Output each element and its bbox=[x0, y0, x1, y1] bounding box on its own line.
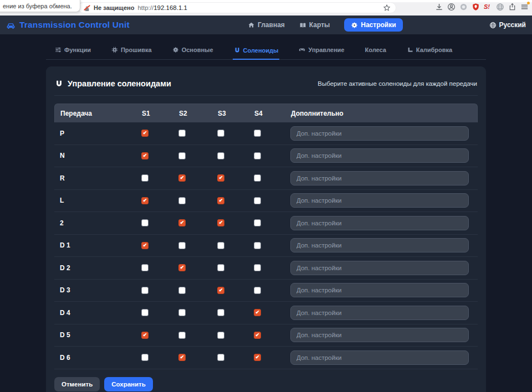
s-extension-icon[interactable]: S! bbox=[484, 3, 492, 11]
extension-circle-icon[interactable] bbox=[459, 3, 468, 11]
checkbox-s4-D5[interactable] bbox=[254, 332, 261, 339]
chip-icon bbox=[111, 47, 118, 53]
checkbox-s2-2[interactable] bbox=[178, 219, 186, 226]
extra-settings-input[interactable] bbox=[290, 171, 469, 185]
bookmark-star-icon[interactable] bbox=[383, 4, 391, 12]
gear-label: D 6 bbox=[54, 354, 141, 362]
gear-icon bbox=[172, 47, 179, 53]
home-icon bbox=[248, 22, 255, 29]
main-nav: ГлавнаяКартыНастройки bbox=[248, 18, 403, 32]
checkbox-s1-D1[interactable] bbox=[141, 242, 149, 249]
checkbox-s2-D4[interactable] bbox=[178, 309, 186, 316]
checkbox-s1-D6[interactable] bbox=[141, 354, 149, 361]
checkbox-s2-R[interactable] bbox=[178, 174, 186, 182]
tab-калибровка[interactable]: Калибровка bbox=[406, 42, 453, 59]
checkbox-s1-D4[interactable] bbox=[141, 309, 149, 316]
extra-settings-input[interactable] bbox=[290, 350, 469, 365]
checkbox-s3-N[interactable] bbox=[217, 152, 224, 159]
nav-item-карты[interactable]: Карты bbox=[299, 21, 330, 29]
checkbox-s4-P[interactable] bbox=[254, 130, 261, 137]
app-navbar: Transmission Control Unit ГлавнаяКартыНа… bbox=[0, 16, 532, 34]
checkbox-s3-D6[interactable] bbox=[217, 354, 224, 361]
tab-прошивка[interactable]: Прошивка bbox=[110, 42, 153, 59]
nav-item-настройки[interactable]: Настройки bbox=[344, 18, 402, 32]
extra-settings-input[interactable] bbox=[290, 126, 469, 141]
browser-menu-icon[interactable] bbox=[520, 3, 529, 11]
checkbox-s4-D1[interactable] bbox=[254, 242, 261, 249]
checkbox-s3-D1[interactable] bbox=[217, 242, 224, 249]
extra-settings-input[interactable] bbox=[290, 193, 469, 208]
checkbox-s3-R[interactable] bbox=[217, 174, 224, 182]
checkbox-s3-2[interactable] bbox=[217, 219, 224, 226]
checkbox-s3-D2[interactable] bbox=[217, 264, 224, 271]
gear-label: D 3 bbox=[54, 286, 141, 294]
table-row: P bbox=[54, 122, 478, 145]
col-header-s1: S1 bbox=[142, 110, 179, 117]
app-title: Transmission Control Unit bbox=[19, 20, 130, 30]
adguard-shield-icon[interactable] bbox=[472, 3, 480, 11]
checkbox-s1-R[interactable] bbox=[141, 174, 149, 182]
checkbox-s2-L[interactable] bbox=[178, 197, 186, 204]
checkbox-s4-2[interactable] bbox=[254, 219, 261, 226]
tab-управление[interactable]: Управление bbox=[298, 42, 345, 59]
tab-функции[interactable]: Функции bbox=[54, 42, 92, 59]
extra-settings-input[interactable] bbox=[290, 283, 469, 297]
checkbox-s1-D3[interactable] bbox=[141, 287, 149, 294]
checkbox-s3-D4[interactable] bbox=[217, 309, 224, 316]
checkbox-s2-D3[interactable] bbox=[178, 287, 186, 294]
nav-item-главная[interactable]: Главная bbox=[248, 21, 285, 29]
checkbox-s4-D6[interactable] bbox=[254, 354, 261, 361]
globe-extension-icon[interactable] bbox=[496, 3, 504, 11]
insecure-lock-icon[interactable] bbox=[84, 4, 90, 12]
checkbox-s2-D6[interactable] bbox=[178, 354, 186, 361]
checkbox-s1-D5[interactable] bbox=[141, 332, 149, 339]
checkbox-s2-D2[interactable] bbox=[178, 264, 186, 271]
download-icon[interactable] bbox=[435, 3, 443, 11]
cancel-button[interactable]: Отменить bbox=[54, 377, 100, 391]
address-bar[interactable]: Не защищено http://192.168.1.1 bbox=[78, 2, 396, 13]
table-row: 2 bbox=[54, 212, 478, 235]
tab-колеса[interactable]: Колеса bbox=[364, 42, 387, 59]
checkbox-s1-P[interactable] bbox=[141, 130, 149, 137]
share-icon[interactable] bbox=[508, 3, 516, 11]
extra-settings-input[interactable] bbox=[290, 261, 469, 275]
checkbox-s3-D5[interactable] bbox=[217, 332, 224, 339]
magnet-icon bbox=[55, 80, 63, 88]
checkbox-s1-D2[interactable] bbox=[141, 264, 149, 271]
magnet-icon bbox=[234, 47, 241, 54]
checkbox-s4-R[interactable] bbox=[254, 174, 261, 182]
checkbox-s4-N[interactable] bbox=[254, 152, 261, 159]
checkbox-s4-D3[interactable] bbox=[254, 287, 261, 294]
url-text[interactable]: http://192.168.1.1 bbox=[137, 4, 187, 11]
car-icon bbox=[6, 20, 16, 30]
checkbox-s3-L[interactable] bbox=[217, 197, 224, 204]
checkbox-s2-P[interactable] bbox=[178, 130, 186, 137]
checkbox-s2-D5[interactable] bbox=[178, 332, 186, 339]
checkbox-s4-D4[interactable] bbox=[254, 309, 261, 316]
extra-settings-input[interactable] bbox=[290, 216, 469, 230]
checkbox-s1-L[interactable] bbox=[141, 197, 149, 204]
panel-header: Управление соленоидами Выберите активные… bbox=[54, 74, 478, 96]
checkbox-s1-2[interactable] bbox=[141, 219, 149, 226]
gear-label: P bbox=[54, 130, 141, 137]
checkbox-s2-N[interactable] bbox=[178, 152, 186, 159]
tab-соленоиды[interactable]: Соленоиды bbox=[233, 42, 280, 60]
checkbox-s1-N[interactable] bbox=[141, 152, 149, 159]
checkbox-s4-L[interactable] bbox=[254, 197, 261, 204]
checkbox-s3-P[interactable] bbox=[217, 130, 224, 137]
col-header-s2: S2 bbox=[179, 110, 218, 117]
extra-settings-input[interactable] bbox=[290, 148, 469, 163]
checkbox-s2-D1[interactable] bbox=[178, 242, 186, 249]
table-row: D 1 bbox=[54, 235, 478, 257]
tab-основные[interactable]: Основные bbox=[171, 42, 214, 59]
extra-settings-input[interactable] bbox=[290, 306, 469, 320]
extra-settings-input[interactable] bbox=[290, 328, 469, 342]
language-selector[interactable]: Русский bbox=[489, 21, 526, 29]
app-brand[interactable]: Transmission Control Unit bbox=[6, 20, 130, 30]
extra-settings-input[interactable] bbox=[290, 238, 469, 252]
checkbox-s3-D3[interactable] bbox=[217, 287, 224, 294]
table-row: D 6 bbox=[54, 347, 478, 369]
checkbox-s4-D2[interactable] bbox=[254, 264, 261, 271]
save-button[interactable]: Сохранить bbox=[104, 377, 153, 391]
account-icon[interactable] bbox=[447, 3, 456, 11]
